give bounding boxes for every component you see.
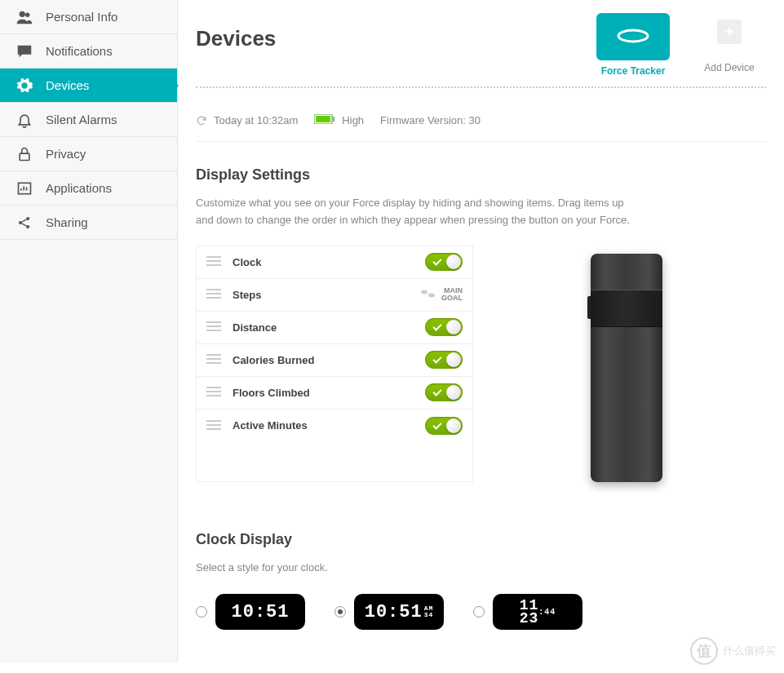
device-tab-label: Add Device bbox=[693, 62, 766, 73]
display-item-label: Steps bbox=[233, 289, 420, 301]
toggle-switch[interactable]: ✓ bbox=[425, 383, 463, 401]
section-title: Display Settings bbox=[196, 166, 766, 184]
toggle-switch[interactable]: ✓ bbox=[425, 417, 463, 435]
svg-rect-10 bbox=[333, 117, 334, 122]
gear-icon bbox=[15, 76, 34, 95]
drag-handle-icon[interactable] bbox=[206, 386, 221, 399]
sync-time: Today at 10:32am bbox=[214, 114, 298, 126]
tracker-image bbox=[591, 254, 662, 482]
display-item-floors[interactable]: Floors Climbed ✓ bbox=[197, 377, 472, 410]
clock-option-1[interactable]: 10:51 bbox=[196, 594, 305, 630]
status-bar: Today at 10:32am High Firmware Version: … bbox=[196, 88, 766, 142]
clock-display-section: Clock Display Select a style for your cl… bbox=[196, 482, 766, 631]
section-description: Customize what you see on your Force dis… bbox=[196, 195, 636, 229]
display-items-list: Clock ✓ Steps MAINGOAL bbox=[196, 246, 473, 482]
svg-point-1 bbox=[25, 12, 29, 17]
clock-face-preview: 1123:44 bbox=[493, 594, 582, 630]
sidebar-item-notifications[interactable]: Notifications bbox=[0, 34, 177, 69]
radio-button[interactable] bbox=[473, 606, 485, 618]
svg-rect-2 bbox=[20, 153, 29, 160]
sidebar-item-label: Personal Info bbox=[46, 10, 117, 24]
sidebar-item-label: Silent Alarms bbox=[46, 113, 117, 126]
radio-button[interactable] bbox=[334, 606, 346, 618]
drag-handle-icon[interactable] bbox=[206, 419, 221, 432]
footprints-icon bbox=[420, 288, 436, 302]
battery-level: High bbox=[342, 114, 364, 126]
chart-icon bbox=[15, 179, 34, 198]
clock-option-3[interactable]: 1123:44 bbox=[473, 594, 582, 630]
sidebar-item-personal-info[interactable]: Personal Info bbox=[0, 0, 177, 34]
svg-point-5 bbox=[26, 216, 29, 219]
watermark: 值 什么值得买 bbox=[690, 637, 776, 662]
sidebar-item-privacy[interactable]: Privacy bbox=[0, 137, 177, 171]
display-settings-section: Display Settings Customize what you see … bbox=[196, 142, 766, 482]
sidebar-item-label: Sharing bbox=[46, 215, 88, 229]
sidebar-item-label: Applications bbox=[46, 181, 112, 195]
sidebar-item-label: Devices bbox=[46, 78, 89, 92]
display-item-active-minutes[interactable]: Active Minutes ✓ bbox=[197, 410, 472, 442]
sidebar-item-devices[interactable]: Devices bbox=[0, 69, 177, 103]
display-item-clock[interactable]: Clock ✓ bbox=[197, 246, 472, 279]
display-item-calories[interactable]: Calories Burned ✓ bbox=[197, 344, 472, 377]
device-tab-force-tracker[interactable]: Force Tracker bbox=[596, 13, 670, 77]
lock-icon bbox=[15, 144, 34, 164]
display-item-label: Calories Burned bbox=[233, 354, 425, 366]
sidebar-item-sharing[interactable]: Sharing bbox=[0, 206, 177, 240]
battery-icon bbox=[314, 114, 335, 126]
drag-handle-icon[interactable] bbox=[206, 288, 221, 301]
drag-handle-icon[interactable] bbox=[206, 321, 221, 334]
svg-point-4 bbox=[19, 220, 22, 224]
svg-rect-9 bbox=[316, 116, 330, 122]
drag-handle-icon[interactable] bbox=[206, 353, 221, 366]
display-item-label: Floors Climbed bbox=[233, 387, 425, 399]
sidebar-item-label: Privacy bbox=[46, 147, 86, 161]
bell-icon bbox=[15, 110, 34, 130]
sidebar-item-label: Notifications bbox=[46, 44, 113, 58]
section-title: Clock Display bbox=[196, 531, 766, 548]
main-content: Devices Force Tracker + Add Device bbox=[178, 0, 784, 662]
plus-icon: + bbox=[717, 20, 742, 44]
svg-point-12 bbox=[428, 293, 435, 297]
toggle-switch[interactable]: ✓ bbox=[425, 351, 463, 369]
sidebar-item-silent-alarms[interactable]: Silent Alarms bbox=[0, 103, 177, 137]
share-icon bbox=[15, 213, 34, 232]
tracker-band-icon bbox=[615, 27, 651, 47]
svg-point-6 bbox=[26, 224, 29, 228]
speech-icon bbox=[15, 42, 34, 61]
page-title: Devices bbox=[196, 13, 596, 51]
main-goal-badge: MAINGOAL bbox=[420, 287, 463, 302]
display-item-label: Active Minutes bbox=[233, 419, 425, 432]
display-item-label: Clock bbox=[233, 256, 425, 268]
display-item-label: Distance bbox=[233, 321, 425, 334]
sidebar-item-applications[interactable]: Applications bbox=[0, 171, 177, 206]
svg-point-11 bbox=[421, 290, 427, 294]
sidebar: Personal Info Notifications Devices Sile… bbox=[0, 0, 178, 662]
refresh-icon bbox=[196, 115, 207, 126]
firmware-version: Firmware Version: 30 bbox=[380, 114, 481, 126]
toggle-switch[interactable]: ✓ bbox=[425, 318, 463, 336]
clock-face-preview: 10:51AM34 bbox=[354, 594, 444, 630]
drag-handle-icon[interactable] bbox=[206, 255, 221, 268]
people-icon bbox=[15, 7, 34, 27]
display-item-steps[interactable]: Steps MAINGOAL bbox=[197, 279, 472, 312]
device-preview bbox=[486, 246, 766, 482]
radio-button[interactable] bbox=[196, 606, 207, 618]
display-item-distance[interactable]: Distance ✓ bbox=[197, 312, 472, 344]
clock-face-preview: 10:51 bbox=[215, 594, 305, 630]
svg-point-7 bbox=[618, 30, 648, 42]
add-device-button[interactable]: + Add Device bbox=[693, 13, 766, 73]
toggle-switch[interactable]: ✓ bbox=[425, 253, 463, 271]
clock-option-2[interactable]: 10:51AM34 bbox=[334, 594, 444, 630]
device-tab-label: Force Tracker bbox=[596, 65, 670, 77]
section-description: Select a style for your clock. bbox=[196, 560, 636, 577]
svg-point-0 bbox=[20, 11, 25, 16]
